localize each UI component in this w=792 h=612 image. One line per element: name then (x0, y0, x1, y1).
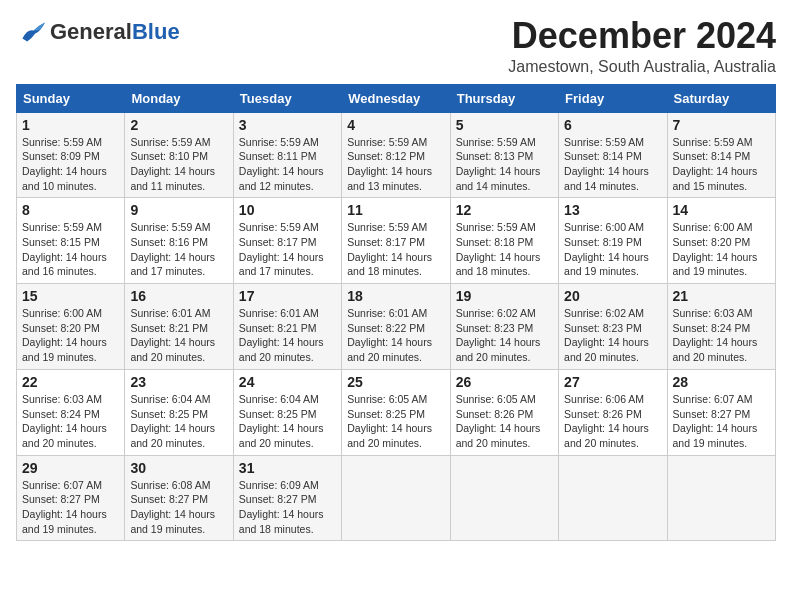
calendar-table: SundayMondayTuesdayWednesdayThursdayFrid… (16, 84, 776, 542)
weekday-header-friday: Friday (559, 84, 667, 112)
day-number: 18 (347, 288, 444, 304)
day-number: 7 (673, 117, 770, 133)
day-number: 30 (130, 460, 227, 476)
calendar-cell: 31Sunrise: 6:09 AMSunset: 8:27 PMDayligh… (233, 455, 341, 541)
day-number: 27 (564, 374, 661, 390)
day-number: 31 (239, 460, 336, 476)
calendar-cell: 16Sunrise: 6:01 AMSunset: 8:21 PMDayligh… (125, 284, 233, 370)
day-number: 4 (347, 117, 444, 133)
day-info: Sunrise: 6:01 AMSunset: 8:21 PMDaylight:… (239, 306, 336, 365)
day-info: Sunrise: 6:08 AMSunset: 8:27 PMDaylight:… (130, 478, 227, 537)
weekday-header-wednesday: Wednesday (342, 84, 450, 112)
day-info: Sunrise: 6:07 AMSunset: 8:27 PMDaylight:… (673, 392, 770, 451)
day-info: Sunrise: 6:03 AMSunset: 8:24 PMDaylight:… (22, 392, 119, 451)
day-number: 13 (564, 202, 661, 218)
day-info: Sunrise: 6:00 AMSunset: 8:19 PMDaylight:… (564, 220, 661, 279)
day-info: Sunrise: 6:04 AMSunset: 8:25 PMDaylight:… (130, 392, 227, 451)
calendar-cell: 19Sunrise: 6:02 AMSunset: 8:23 PMDayligh… (450, 284, 558, 370)
calendar-cell: 18Sunrise: 6:01 AMSunset: 8:22 PMDayligh… (342, 284, 450, 370)
day-number: 15 (22, 288, 119, 304)
weekday-header-saturday: Saturday (667, 84, 775, 112)
week-row-3: 15Sunrise: 6:00 AMSunset: 8:20 PMDayligh… (17, 284, 776, 370)
weekday-header-sunday: Sunday (17, 84, 125, 112)
calendar-cell: 21Sunrise: 6:03 AMSunset: 8:24 PMDayligh… (667, 284, 775, 370)
calendar-cell (559, 455, 667, 541)
calendar-cell: 3Sunrise: 5:59 AMSunset: 8:11 PMDaylight… (233, 112, 341, 198)
day-number: 28 (673, 374, 770, 390)
calendar-cell: 2Sunrise: 5:59 AMSunset: 8:10 PMDaylight… (125, 112, 233, 198)
day-info: Sunrise: 5:59 AMSunset: 8:10 PMDaylight:… (130, 135, 227, 194)
day-info: Sunrise: 6:01 AMSunset: 8:22 PMDaylight:… (347, 306, 444, 365)
logo-blue: Blue (132, 19, 180, 44)
month-title: December 2024 (508, 16, 776, 56)
weekday-header-monday: Monday (125, 84, 233, 112)
day-info: Sunrise: 5:59 AMSunset: 8:17 PMDaylight:… (239, 220, 336, 279)
day-info: Sunrise: 5:59 AMSunset: 8:11 PMDaylight:… (239, 135, 336, 194)
week-row-4: 22Sunrise: 6:03 AMSunset: 8:24 PMDayligh… (17, 369, 776, 455)
calendar-cell: 5Sunrise: 5:59 AMSunset: 8:13 PMDaylight… (450, 112, 558, 198)
day-info: Sunrise: 5:59 AMSunset: 8:15 PMDaylight:… (22, 220, 119, 279)
day-info: Sunrise: 5:59 AMSunset: 8:14 PMDaylight:… (673, 135, 770, 194)
day-info: Sunrise: 5:59 AMSunset: 8:13 PMDaylight:… (456, 135, 553, 194)
calendar-cell: 11Sunrise: 5:59 AMSunset: 8:17 PMDayligh… (342, 198, 450, 284)
day-info: Sunrise: 5:59 AMSunset: 8:16 PMDaylight:… (130, 220, 227, 279)
day-info: Sunrise: 5:59 AMSunset: 8:18 PMDaylight:… (456, 220, 553, 279)
logo-text: GeneralBlue (50, 19, 180, 45)
calendar-cell: 27Sunrise: 6:06 AMSunset: 8:26 PMDayligh… (559, 369, 667, 455)
day-info: Sunrise: 6:00 AMSunset: 8:20 PMDaylight:… (673, 220, 770, 279)
day-number: 2 (130, 117, 227, 133)
week-row-5: 29Sunrise: 6:07 AMSunset: 8:27 PMDayligh… (17, 455, 776, 541)
calendar-cell: 17Sunrise: 6:01 AMSunset: 8:21 PMDayligh… (233, 284, 341, 370)
calendar-cell: 12Sunrise: 5:59 AMSunset: 8:18 PMDayligh… (450, 198, 558, 284)
calendar-cell: 1Sunrise: 5:59 AMSunset: 8:09 PMDaylight… (17, 112, 125, 198)
weekday-header-row: SundayMondayTuesdayWednesdayThursdayFrid… (17, 84, 776, 112)
day-number: 21 (673, 288, 770, 304)
calendar-cell: 8Sunrise: 5:59 AMSunset: 8:15 PMDaylight… (17, 198, 125, 284)
day-info: Sunrise: 6:05 AMSunset: 8:26 PMDaylight:… (456, 392, 553, 451)
day-number: 25 (347, 374, 444, 390)
day-number: 9 (130, 202, 227, 218)
calendar-cell: 28Sunrise: 6:07 AMSunset: 8:27 PMDayligh… (667, 369, 775, 455)
week-row-2: 8Sunrise: 5:59 AMSunset: 8:15 PMDaylight… (17, 198, 776, 284)
day-number: 22 (22, 374, 119, 390)
week-row-1: 1Sunrise: 5:59 AMSunset: 8:09 PMDaylight… (17, 112, 776, 198)
day-info: Sunrise: 6:04 AMSunset: 8:25 PMDaylight:… (239, 392, 336, 451)
calendar-cell: 30Sunrise: 6:08 AMSunset: 8:27 PMDayligh… (125, 455, 233, 541)
day-number: 17 (239, 288, 336, 304)
day-info: Sunrise: 5:59 AMSunset: 8:12 PMDaylight:… (347, 135, 444, 194)
calendar-cell: 24Sunrise: 6:04 AMSunset: 8:25 PMDayligh… (233, 369, 341, 455)
day-info: Sunrise: 6:07 AMSunset: 8:27 PMDaylight:… (22, 478, 119, 537)
day-number: 12 (456, 202, 553, 218)
day-info: Sunrise: 5:59 AMSunset: 8:14 PMDaylight:… (564, 135, 661, 194)
calendar-cell (342, 455, 450, 541)
day-info: Sunrise: 5:59 AMSunset: 8:09 PMDaylight:… (22, 135, 119, 194)
title-block: December 2024 Jamestown, South Australia… (508, 16, 776, 76)
day-info: Sunrise: 6:06 AMSunset: 8:26 PMDaylight:… (564, 392, 661, 451)
location-title: Jamestown, South Australia, Australia (508, 58, 776, 76)
calendar-cell: 4Sunrise: 5:59 AMSunset: 8:12 PMDaylight… (342, 112, 450, 198)
header: GeneralBlue December 2024 Jamestown, Sou… (16, 16, 776, 76)
calendar-cell: 15Sunrise: 6:00 AMSunset: 8:20 PMDayligh… (17, 284, 125, 370)
day-number: 20 (564, 288, 661, 304)
day-info: Sunrise: 6:01 AMSunset: 8:21 PMDaylight:… (130, 306, 227, 365)
day-info: Sunrise: 6:03 AMSunset: 8:24 PMDaylight:… (673, 306, 770, 365)
day-number: 8 (22, 202, 119, 218)
calendar-cell: 29Sunrise: 6:07 AMSunset: 8:27 PMDayligh… (17, 455, 125, 541)
weekday-header-thursday: Thursday (450, 84, 558, 112)
day-info: Sunrise: 6:09 AMSunset: 8:27 PMDaylight:… (239, 478, 336, 537)
weekday-header-tuesday: Tuesday (233, 84, 341, 112)
day-info: Sunrise: 6:02 AMSunset: 8:23 PMDaylight:… (564, 306, 661, 365)
calendar-cell: 14Sunrise: 6:00 AMSunset: 8:20 PMDayligh… (667, 198, 775, 284)
calendar-cell (450, 455, 558, 541)
calendar-cell: 26Sunrise: 6:05 AMSunset: 8:26 PMDayligh… (450, 369, 558, 455)
calendar-cell: 13Sunrise: 6:00 AMSunset: 8:19 PMDayligh… (559, 198, 667, 284)
day-info: Sunrise: 6:02 AMSunset: 8:23 PMDaylight:… (456, 306, 553, 365)
day-number: 23 (130, 374, 227, 390)
calendar-cell: 6Sunrise: 5:59 AMSunset: 8:14 PMDaylight… (559, 112, 667, 198)
logo-general: General (50, 19, 132, 44)
calendar-cell (667, 455, 775, 541)
day-info: Sunrise: 5:59 AMSunset: 8:17 PMDaylight:… (347, 220, 444, 279)
day-number: 10 (239, 202, 336, 218)
day-info: Sunrise: 6:05 AMSunset: 8:25 PMDaylight:… (347, 392, 444, 451)
day-number: 11 (347, 202, 444, 218)
